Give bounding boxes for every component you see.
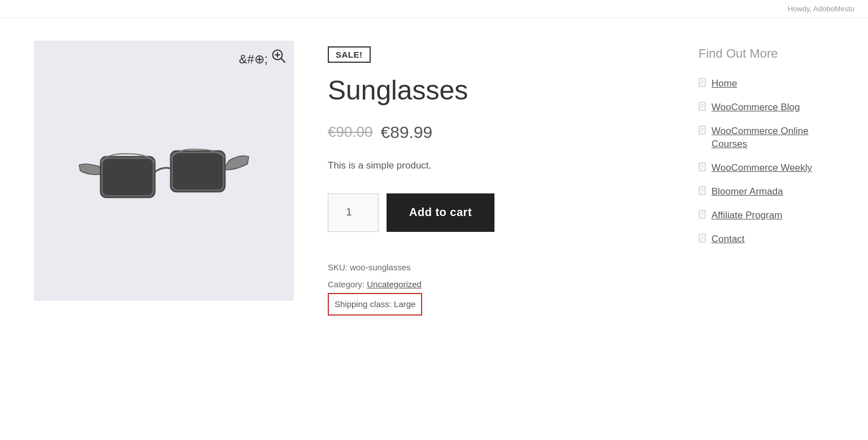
greeting-text: Howdy, AdoboMesto [788, 5, 854, 13]
add-to-cart-row: Add to cart [328, 193, 665, 232]
sidebar: Find Out More HomeWooCommerce BlogWooCom… [698, 41, 834, 316]
sidebar-link[interactable]: WooCommerce Weekly [711, 161, 812, 175]
sidebar-link[interactable]: WooCommerce Online Courses [711, 124, 834, 152]
sidebar-nav-item: WooCommerce Weekly [698, 161, 834, 175]
sidebar-link[interactable]: Home [711, 77, 737, 90]
sidebar-link[interactable]: Contact [711, 232, 745, 246]
page-icon [698, 102, 706, 113]
shipping-row: Shipping class: Large [328, 293, 665, 316]
category-link[interactable]: Uncategorized [367, 279, 422, 289]
sidebar-nav-item: WooCommerce Online Courses [698, 124, 834, 152]
sidebar-link[interactable]: WooCommerce Blog [711, 101, 800, 114]
sidebar-link[interactable]: Bloomer Armada [711, 185, 783, 199]
product-image [73, 120, 254, 222]
sidebar-nav-item: Affiliate Program [698, 209, 834, 222]
product-section: &#⊕; [34, 41, 665, 316]
main-layout: &#⊕; [0, 18, 868, 338]
sidebar-nav-item: Home [698, 77, 834, 90]
zoom-icon[interactable]: &#⊕; [239, 49, 286, 67]
price-sale: €89.99 [381, 123, 433, 142]
shipping-class-badge: Shipping class: Large [328, 293, 422, 316]
sale-badge: SALE! [328, 46, 371, 63]
price-original: €90.00 [328, 123, 373, 141]
page-icon [698, 234, 706, 244]
product-details: SALE! Sunglasses €90.00 €89.99 This is a… [328, 41, 665, 316]
svg-rect-7 [173, 153, 223, 189]
page-icon [698, 126, 706, 136]
sku-row: SKU: woo-sunglasses [328, 259, 665, 276]
page-icon [698, 78, 706, 89]
svg-rect-6 [103, 159, 153, 195]
sidebar-nav-item: WooCommerce Blog [698, 101, 834, 114]
page-icon [698, 210, 706, 221]
sidebar-link[interactable]: Affiliate Program [711, 209, 782, 222]
product-title: Sunglasses [328, 74, 665, 107]
product-description: This is a simple product. [328, 158, 665, 173]
page-icon [698, 162, 706, 173]
sidebar-nav-item: Bloomer Armada [698, 185, 834, 199]
add-to-cart-button[interactable]: Add to cart [387, 193, 494, 232]
sku-label: SKU: [328, 262, 348, 272]
category-label: Category: [328, 279, 364, 289]
quantity-input[interactable] [328, 193, 379, 232]
price-section: €90.00 €89.99 [328, 123, 665, 142]
product-image-container: &#⊕; [34, 41, 294, 301]
svg-line-1 [281, 59, 285, 63]
product-meta: SKU: woo-sunglasses Category: Uncategori… [328, 259, 665, 316]
sidebar-title: Find Out More [698, 46, 834, 61]
category-row: Category: Uncategorized [328, 276, 665, 293]
sidebar-nav: HomeWooCommerce BlogWooCommerce Online C… [698, 77, 834, 245]
top-bar: Howdy, AdoboMesto [0, 0, 868, 18]
sidebar-nav-item: Contact [698, 232, 834, 246]
page-icon [698, 186, 706, 197]
sku-value: woo-sunglasses [350, 262, 411, 272]
